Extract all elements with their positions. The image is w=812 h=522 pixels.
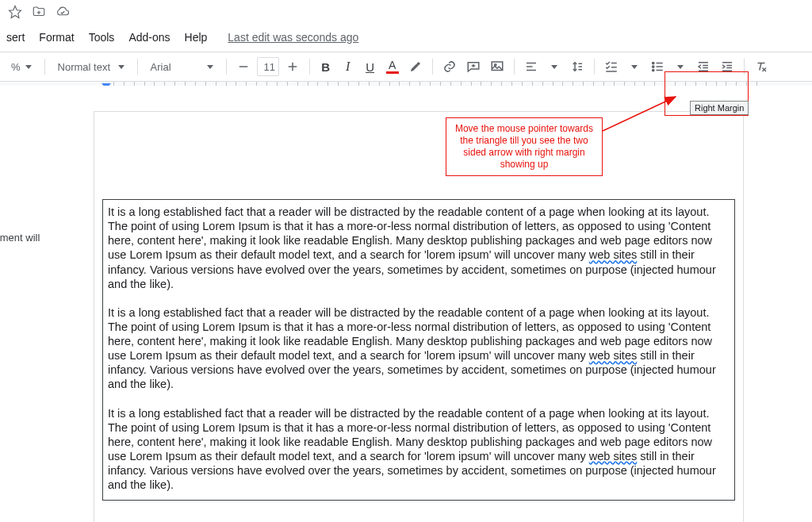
- menu-format[interactable]: Format: [37, 29, 75, 45]
- zoom-dropdown[interactable]: %: [5, 56, 38, 77]
- svg-point-24: [652, 69, 653, 71]
- align-button[interactable]: [521, 57, 542, 76]
- svg-marker-0: [10, 6, 21, 18]
- separator: [432, 59, 433, 75]
- document-content-frame: It is a long established fact that a rea…: [102, 199, 735, 501]
- separator: [594, 59, 595, 75]
- caret-icon: [25, 65, 32, 69]
- insert-image-button[interactable]: [487, 57, 508, 76]
- right-margin-tooltip: Right Margin: [690, 101, 749, 115]
- font-dropdown[interactable]: Arial: [144, 56, 220, 77]
- stray-partial-text: cument will: [0, 232, 40, 244]
- paragraph-style-dropdown[interactable]: Normal text: [52, 56, 131, 77]
- menu-addons[interactable]: Add-ons: [127, 29, 171, 45]
- align-caret[interactable]: [545, 57, 564, 76]
- caret-icon: [118, 65, 124, 69]
- paragraph[interactable]: It is a long established fact that a rea…: [108, 406, 730, 493]
- text-color-button[interactable]: A: [383, 57, 402, 76]
- menu-help[interactable]: Help: [183, 29, 209, 45]
- svg-point-22: [652, 66, 653, 67]
- paragraph[interactable]: It is a long established fact that a rea…: [108, 205, 730, 291]
- titlebar-icon-row: [0, 0, 812, 26]
- font-size-input[interactable]: 11: [257, 57, 279, 76]
- separator: [226, 59, 227, 75]
- insert-link-button[interactable]: [439, 57, 460, 76]
- clear-formatting-button[interactable]: [751, 57, 772, 76]
- increase-font-size-button[interactable]: [282, 57, 303, 76]
- menubar: sert Format Tools Add-ons Help Last edit…: [0, 26, 812, 52]
- workspace: cument will It is a long established fac…: [0, 86, 812, 522]
- add-comment-button[interactable]: [463, 57, 484, 76]
- font-value: Arial: [151, 61, 171, 73]
- zoom-value: %: [11, 61, 21, 73]
- paragraph[interactable]: It is a long established fact that a rea…: [108, 305, 730, 392]
- annotation-box: Move the mouse pointer towards the trian…: [446, 117, 603, 176]
- highlight-color-button[interactable]: [405, 57, 426, 76]
- line-spacing-button[interactable]: [567, 57, 588, 76]
- style-value: Normal text: [58, 61, 110, 73]
- decrease-font-size-button[interactable]: [233, 57, 254, 76]
- cloud-status-icon[interactable]: [56, 5, 70, 21]
- checklist-button[interactable]: [601, 57, 622, 76]
- star-icon[interactable]: [8, 5, 22, 21]
- document-page[interactable]: It is a long established fact that a rea…: [94, 111, 744, 522]
- menu-insert-partial[interactable]: sert: [5, 29, 26, 45]
- svg-point-20: [652, 62, 653, 63]
- move-folder-icon[interactable]: [32, 5, 46, 21]
- checklist-caret[interactable]: [625, 57, 644, 76]
- bold-button[interactable]: B: [316, 57, 335, 76]
- last-edit-link[interactable]: Last edit was seconds ago: [220, 31, 358, 44]
- separator: [514, 59, 515, 75]
- underline-button[interactable]: U: [361, 57, 380, 76]
- menu-tools[interactable]: Tools: [87, 29, 117, 45]
- caret-icon: [207, 65, 213, 69]
- separator: [137, 59, 138, 75]
- separator: [44, 59, 45, 75]
- separator: [309, 59, 310, 75]
- italic-button[interactable]: I: [339, 57, 358, 76]
